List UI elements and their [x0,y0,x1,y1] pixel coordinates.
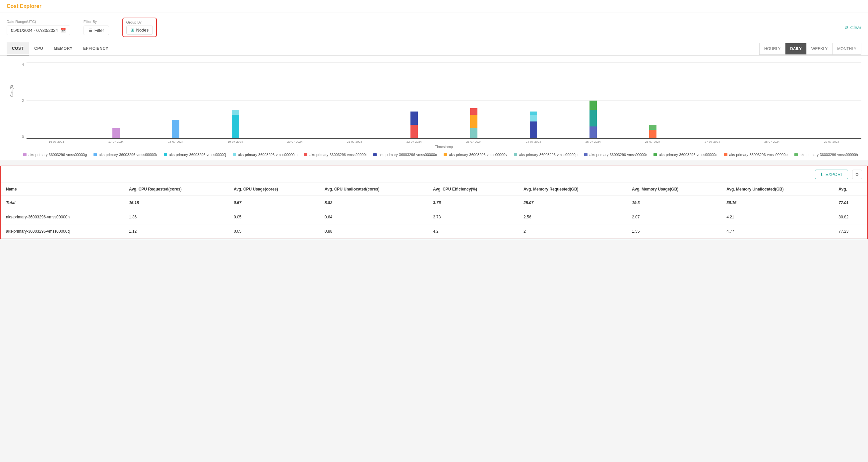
col-header-cpu-eff: Avg. CPU Efficiency(%) [428,183,518,196]
bar-seg [232,115,239,138]
bar-seg [589,100,597,110]
bar-seg [410,112,418,125]
cell-cpu-unalloc-0: 0.64 [319,210,428,224]
x-label-6: 22-07-2024 [384,140,444,143]
app-title: Cost Explorer [7,3,41,9]
date-range-group: Date Range(UTC) 05/01/2024 - 07/30/2024 … [7,20,70,35]
legend-item-0: aks-primary-36003296-vmss00000g [23,153,87,157]
cell-name-1: aks-primary-36003296-vmss00000q [1,224,124,239]
date-range-label: Date Range(UTC) [7,20,70,24]
calendar-icon: 📅 [61,28,66,33]
chart-legend: aks-primary-36003296-vmss00000g aks-prim… [7,153,861,157]
bar-seg [232,110,239,115]
bar-seg [649,125,656,130]
stacked-bar-10 [649,125,656,138]
filter-by-group: Filter By ☰ Filter [84,20,109,35]
group-by-label: Group By [126,20,153,24]
legend-label-6: aks-primary-36003296-vmss00000v [449,153,507,157]
cell-cpu-usage-0: 0.05 [228,210,319,224]
cell-mem-usage-1: 1.55 [627,224,721,239]
time-tabs: HOURLY DAILY WEEKLY MONTHLY [760,43,861,55]
stacked-bar-6 [410,112,418,138]
tab-efficiency[interactable]: EFFICIENCY [78,42,114,55]
x-label-12: 28-07-2024 [742,140,802,143]
grid-line-top [27,62,861,63]
legend-item-3: aks-primary-36003296-vmss00000m [233,153,298,157]
nodes-button-label: Nodes [136,28,149,32]
clear-button[interactable]: ↺ Clear [844,25,861,30]
bar-seg [470,128,477,138]
legend-dot-1 [93,153,97,156]
nodes-button[interactable]: ⊞ Nodes [126,26,153,34]
cell-cpu-eff-0: 3.73 [428,210,518,224]
tab-hourly[interactable]: HOURLY [759,43,785,55]
legend-dot-7 [514,153,517,156]
table-row-1: aks-primary-36003296-vmss00000q 1.12 0.0… [1,224,867,239]
bar-seg [649,130,656,138]
bar-seg [530,112,537,115]
x-label-3: 19-07-2024 [206,140,265,143]
x-label-7: 23-07-2024 [444,140,504,143]
legend-label-11: aks-primary-36003296-vmss00000h [800,153,858,157]
col-header-cpu-req: Avg. CPU Requested(cores) [124,183,228,196]
legend-dot-2 [164,153,167,156]
tab-cost[interactable]: COST [7,42,29,55]
legend-item-9: aks-primary-36003296-vmss00000q [653,153,717,157]
stacked-bar-2 [172,120,179,138]
stacked-bar-8 [530,112,537,138]
x-label-13: 29-07-2024 [802,140,861,143]
grid-line-mid [27,100,861,100]
bar-seg [113,128,120,138]
legend-label-5: aks-primary-36003296-vmss00000o [379,153,437,157]
tab-monthly[interactable]: MONTHLY [832,43,861,55]
filter-button[interactable]: ☰ Filter [84,26,109,35]
cell-cpu-req-0: 1.36 [124,210,228,224]
export-button-label: EXPORT [826,172,843,177]
tab-daily[interactable]: DAILY [785,43,807,55]
date-range-value: 05/01/2024 - 07/30/2024 [11,28,58,33]
controls-bar: Date Range(UTC) 05/01/2024 - 07/30/2024 … [0,13,868,42]
page-wrapper: Cost Explorer Date Range(UTC) 05/01/2024… [0,0,868,239]
legend-dot-0 [23,153,27,156]
download-icon: ⬇ [820,172,824,177]
bar-group-10 [623,125,683,138]
legend-dot-8 [584,153,588,156]
legend-label-10: aks-primary-36003296-vmss00000e [730,153,788,157]
legend-label-0: aks-primary-36003296-vmss00000g [29,153,87,157]
bar-group-9 [563,100,623,138]
bar-seg [589,110,597,126]
cell-mem-usage-0: 2.07 [627,210,721,224]
export-button[interactable]: ⬇ EXPORT [815,170,848,179]
date-range-button[interactable]: 05/01/2024 - 07/30/2024 📅 [7,26,70,35]
legend-dot-3 [233,153,236,156]
tab-memory[interactable]: MEMORY [49,42,78,55]
legend-label-3: aks-primary-36003296-vmss00000m [238,153,298,157]
x-label-0: 16-07-2024 [27,140,86,143]
col-header-mem-unalloc: Avg. Memory Unallocated(GB) [721,183,833,196]
gear-icon: ⚙ [855,172,859,177]
chart-area: 16-07-2024 17-07-2024 18-07-2024 19-07-2… [27,62,861,149]
filter-by-label: Filter By [84,20,109,24]
tab-cpu[interactable]: CPU [29,42,49,55]
legend-item-11: aks-primary-36003296-vmss00000h [795,153,858,157]
tab-weekly[interactable]: WEEKLY [806,43,833,55]
stacked-bar-3 [232,110,239,138]
cell-avg-0: 80.82 [833,210,867,224]
legend-item-2: aks-primary-36003296-vmss00000j [164,153,226,157]
cell-mem-usage-total: 19.3 [627,196,721,210]
bar-seg [410,125,418,138]
bar-group-1 [86,128,146,138]
col-header-avg: Avg. [833,183,867,196]
stacked-bar-1 [113,128,120,138]
y-label-2: 2 [22,98,24,103]
cell-cpu-usage-total: 0.57 [228,196,319,210]
cell-cpu-usage-1: 0.05 [228,224,319,239]
y-labels: 4 2 0 [17,62,27,149]
legend-dot-10 [724,153,727,156]
table-settings-button[interactable]: ⚙ [852,170,862,179]
x-label-8: 24-07-2024 [504,140,563,143]
nodes-icon: ⊞ [131,28,134,32]
cell-mem-unalloc-0: 4.21 [721,210,833,224]
table-section: ⬇ EXPORT ⚙ Name Avg. CPU Requested(cores… [0,166,868,239]
col-header-name: Name [1,183,124,196]
